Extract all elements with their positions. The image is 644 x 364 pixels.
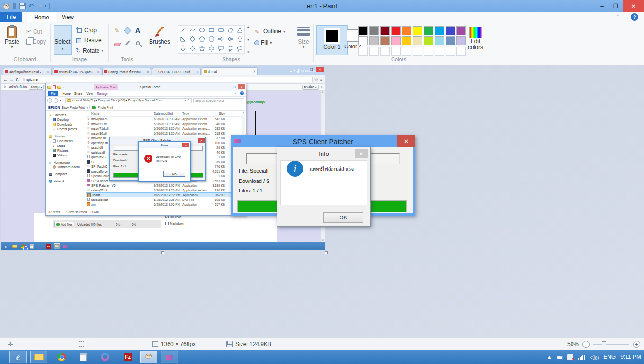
column-date-modified[interactable]: Date modified — [154, 112, 182, 115]
palette-swatch-empty[interactable] — [456, 47, 466, 56]
nav-item-favorites[interactable]: ★Favorites — [46, 112, 86, 117]
palette-swatch[interactable] — [446, 26, 455, 35]
text-tool[interactable]: A — [134, 27, 142, 34]
nav-item-yuttakarn-insom[interactable]: Yuttakarn Insom — [46, 164, 86, 169]
palette-swatch[interactable] — [413, 26, 422, 35]
crop-button[interactable]: Crop — [76, 27, 97, 34]
reload-icon[interactable]: C — [16, 77, 19, 82]
shape-triangle-icon[interactable] — [235, 26, 244, 35]
collapse-ribbon-icon[interactable]: ⌃ — [616, 14, 619, 19]
shape-arrow-right-icon[interactable] — [216, 35, 225, 44]
network-signal-icon[interactable] — [578, 355, 585, 360]
inner-taskbar-icon-filezilla[interactable]: Fz — [45, 243, 52, 249]
zoom-in-button[interactable]: + — [633, 341, 640, 348]
taskbar-icon-sps[interactable] — [161, 351, 178, 363]
shape-arrow-left-icon[interactable] — [225, 35, 235, 44]
back-icon[interactable]: ← — [3, 77, 8, 82]
breadcrumb[interactable]: « Local Disk (C:) ▸ Program Files (x86) … — [65, 98, 192, 103]
photo-print-button[interactable]: Photo Print — [98, 106, 113, 109]
column-size[interactable]: Size — [203, 112, 225, 115]
taskbar-icon-explorer[interactable] — [30, 351, 47, 363]
explorer-tab-file[interactable]: File — [48, 91, 58, 96]
brushes-button[interactable]: Brushes▾ — [149, 26, 170, 49]
palette-swatch[interactable] — [435, 26, 444, 35]
patcher-small-close-icon[interactable]: ✕ — [198, 138, 205, 143]
bbcode-checkbox[interactable]: ✓BB code — [165, 215, 182, 218]
file-row[interactable]: uninst6/27/2013 4:22 PMApplication362 KB — [86, 192, 242, 197]
nav-item-videos[interactable]: Videos — [46, 153, 86, 157]
zoom-slider-thumb[interactable] — [602, 341, 606, 347]
explorer-back-icon[interactable]: ← — [47, 98, 52, 103]
info-ok-button[interactable]: OK — [323, 212, 363, 223]
nav-item-documents[interactable]: Documents — [46, 138, 86, 143]
nav-item-desktop[interactable]: Desktop — [46, 117, 86, 122]
shape-rounded-rectangle-icon[interactable] — [216, 26, 225, 35]
shape-hexagon-icon[interactable] — [206, 35, 216, 44]
explorer-up-icon[interactable]: ↑ — [63, 99, 64, 102]
sps-close-button[interactable]: ✕ — [397, 135, 415, 147]
shape-right-triangle-icon[interactable] — [178, 35, 188, 44]
breadcrumb-dropdown-icon[interactable]: ∨ — [184, 99, 187, 102]
action-center-flag-icon[interactable] — [557, 354, 563, 360]
zoom-slider[interactable] — [593, 344, 629, 345]
explorer-tab-view[interactable]: View — [86, 92, 93, 95]
palette-swatch-empty[interactable] — [424, 47, 433, 56]
file-row[interactable]: SPS_Patcher_V59/29/2013 9:05 PMApplicati… — [86, 183, 242, 188]
explorer-qat-folder-icon[interactable] — [47, 86, 51, 89]
explorer-updown-icon[interactable]: ▾ — [60, 99, 61, 102]
pencil-tool[interactable]: ✎ — [113, 27, 121, 35]
explorer-qat-menu-icon[interactable]: ▾ — [63, 86, 64, 89]
cut-button[interactable]: ✂Cut — [26, 28, 42, 35]
shape-rectangle-icon[interactable] — [206, 26, 216, 35]
explorer-minimize-icon[interactable]: – — [224, 84, 231, 89]
fill-tool[interactable] — [123, 28, 132, 36]
shape-four-point-star-icon[interactable] — [188, 44, 197, 53]
inner-tray-up-icon[interactable]: ▴ — [290, 69, 292, 72]
url-box[interactable]: ▯ upic.me — [21, 77, 313, 82]
file-row[interactable]: ⚙msvcr80.dll6/26/2013 8:30 AMApplication… — [86, 131, 242, 136]
file-row[interactable]: ⚙msvcp80.dll6/26/2013 8:30 AMApplication… — [86, 117, 242, 121]
palette-swatch-empty[interactable] — [358, 47, 368, 56]
volume-icon[interactable]: ◁))) — [590, 354, 599, 361]
taskbar-icon-photoscape[interactable] — [97, 351, 114, 363]
size-button[interactable]: Size▾ — [295, 27, 312, 49]
tab-home[interactable]: Home — [27, 12, 56, 22]
markdown-checkbox[interactable]: Markdown — [165, 222, 184, 225]
browser-maximize-icon[interactable]: ❐ — [307, 67, 315, 72]
translate-options-button[interactable]: ตัวเลือก▾ — [302, 85, 318, 90]
palette-swatch-empty[interactable] — [446, 47, 455, 56]
tab-close-icon[interactable]: ✕ — [146, 70, 149, 74]
shape-six-point-star-icon[interactable] — [206, 44, 216, 53]
nav-item-downloads[interactable]: Downloads — [46, 122, 86, 127]
shape-polygon-icon[interactable] — [225, 26, 235, 35]
forward-icon[interactable]: → — [9, 77, 14, 82]
outline-button[interactable]: ✎Outline▾ — [255, 28, 285, 35]
color-picker-tool[interactable] — [123, 40, 132, 48]
explorer-help-icon[interactable]: ? — [240, 91, 244, 95]
nav-item-pictures[interactable]: Pictures — [46, 148, 86, 153]
browser-tab[interactable]: SPECIAL FORCE เกมส์ออนไลน์✕ — [152, 68, 201, 75]
tab-view[interactable]: View — [55, 12, 80, 22]
shape-arrow-up-icon[interactable] — [235, 35, 244, 44]
inner-taskbar-icon-chrome[interactable] — [20, 243, 26, 249]
explorer-tab-home[interactable]: Home — [62, 92, 70, 95]
palette-swatch[interactable] — [435, 36, 444, 46]
nav-item-network[interactable]: Network — [46, 179, 86, 183]
translate-close-icon[interactable]: ✕ — [321, 85, 323, 89]
select-button[interactable]: Select▾ — [54, 25, 72, 55]
shapes-scroll-up-icon[interactable]: ▲ — [247, 25, 250, 28]
rotate-button[interactable]: ↻Rotate▾ — [76, 47, 103, 54]
nav-item-libraries[interactable]: Libraries — [46, 134, 86, 138]
resize-button[interactable]: Resize — [76, 37, 102, 44]
taskbar-icon-chrome[interactable] — [53, 351, 70, 363]
epson-dropdown-icon[interactable]: ▾ — [87, 106, 88, 109]
palette-swatch-empty[interactable] — [402, 47, 411, 56]
refresh-icon[interactable]: ⟳ — [188, 99, 190, 102]
tab-close-icon[interactable]: ✕ — [47, 70, 50, 74]
copy-button[interactable]: Copy — [26, 38, 46, 45]
palette-swatch-empty[interactable] — [380, 47, 390, 56]
palette-swatch[interactable] — [369, 26, 379, 35]
info-dialog[interactable]: Info ✕ i แพทช์ไฟล์เกมส์สำเร็จ OK — [277, 147, 371, 227]
taskbar-icon-paint[interactable] — [140, 351, 157, 363]
palette-swatch[interactable] — [413, 36, 422, 46]
